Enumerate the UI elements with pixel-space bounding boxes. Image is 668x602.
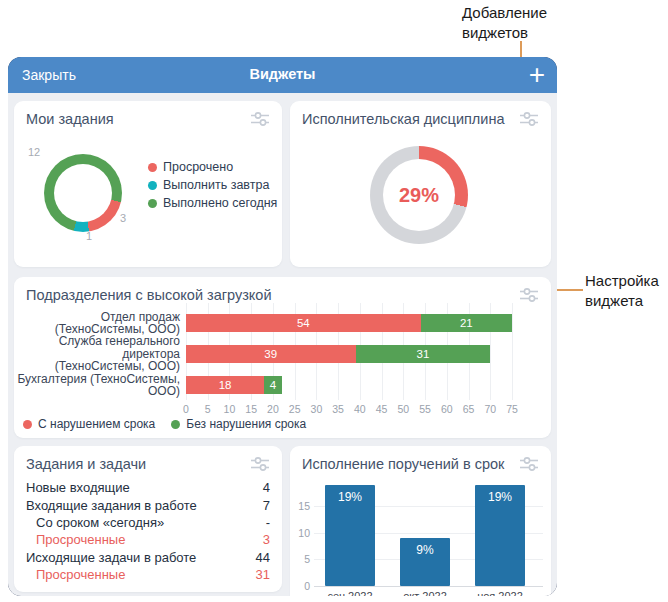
app-header: Закрыть Виджеты + (8, 57, 557, 93)
widget-card-on-time: Исполнение поручений в срок 05101519%сен… (290, 446, 551, 596)
bar-row: 184 (186, 376, 282, 394)
task-count: 7 (263, 498, 270, 513)
donut-value-label: 3 (120, 212, 126, 224)
bar-segment: 4 (264, 376, 281, 394)
legend-dot (148, 199, 157, 208)
legend-item: Просрочено (148, 158, 277, 176)
widget-title: Мои задания (26, 111, 114, 127)
task-count: 3 (263, 532, 270, 547)
gauge-chart: 29% (370, 146, 468, 244)
x-axis-category-label: ноя 2022 (465, 590, 535, 596)
donut-legend: ПросроченоВыполнить завтраВыполнено сего… (148, 158, 277, 212)
legend-dot (23, 420, 32, 429)
task-row: Исходящие задачи в работе44 (26, 549, 270, 566)
annotation-setup-widget: Настройка виджета (585, 271, 659, 311)
legend-label: Просрочено (163, 160, 233, 174)
y-axis-tick-label: 10 (290, 527, 310, 539)
widget-title: Исполнение поручений в срок (302, 456, 504, 472)
annotation-line: Настройка (585, 271, 659, 291)
legend-item: Выполнить завтра (148, 176, 277, 194)
task-row: Входящие задания в работе7 (26, 496, 270, 513)
widget-title: Задания и задачи (26, 456, 146, 472)
task-count: 31 (256, 567, 270, 582)
sliders-icon[interactable] (250, 112, 270, 126)
donut-value-label: 12 (28, 146, 40, 158)
task-count: 44 (256, 550, 270, 565)
widget-title: Подразделения с высокой загрузкой (26, 287, 272, 303)
sliders-icon[interactable] (250, 457, 270, 471)
widget-card-my-tasks: Мои задания 3112 ПросроченоВыполнить зав… (14, 101, 282, 267)
widget-card-tasks: Задания и задачи Новые входящие4Входящие… (14, 446, 282, 592)
task-count: - (266, 515, 270, 530)
add-widget-button[interactable]: + (529, 57, 545, 93)
bar-row-label: Служба генерального директора(ТехноСисте… (14, 339, 180, 369)
annotation-line: Добавление (462, 3, 547, 23)
bar-segment: 21 (421, 314, 512, 332)
sliders-icon[interactable] (519, 112, 539, 126)
sliders-icon[interactable] (519, 457, 539, 471)
bar: 19% (325, 485, 375, 586)
annotation-add-widgets: Добавление виджетов (462, 3, 547, 43)
bar-segment: 54 (186, 314, 421, 332)
x-axis-line (314, 586, 543, 587)
gridline (512, 303, 513, 400)
widget-card-discipline: Исполнительская дисциплина 29% (290, 101, 551, 267)
annotation-line: виджетов (462, 23, 547, 43)
legend-item: С нарушением срока (23, 415, 155, 433)
x-axis-category-label: окт 2022 (390, 590, 460, 596)
task-label: Новые входящие (26, 480, 130, 495)
widgets-area: Мои задания 3112 ПросроченоВыполнить зав… (8, 93, 557, 596)
legend-item: Без нарушения срока (171, 415, 306, 433)
app-frame: Закрыть Виджеты + Мои задания 3112 Проср… (8, 57, 557, 596)
donut-value-label: 1 (86, 230, 92, 242)
bar-segment: 18 (186, 376, 264, 394)
legend-label: Выполнить завтра (163, 178, 269, 192)
header-title: Виджеты (8, 66, 557, 82)
legend-label: Выполнено сегодня (163, 196, 277, 210)
x-axis-category-label: сен 2022 (315, 590, 385, 596)
legend-label: Без нарушения срока (186, 417, 306, 431)
task-row: Просроченные31 (26, 566, 270, 583)
legend-item: Выполнено сегодня (148, 194, 277, 212)
widget-title: Исполнительская дисциплина (302, 111, 504, 127)
sliders-icon[interactable] (519, 288, 539, 302)
widget-card-departments: Подразделения с высокой загрузкой Отдел … (14, 277, 551, 438)
task-row: Новые входящие4 (26, 479, 270, 496)
bar-segment: 31 (356, 345, 491, 363)
annotation-line: виджета (585, 291, 659, 311)
bar-row: 5421 (186, 314, 512, 332)
page: Добавление виджетов Настройка виджета За… (0, 0, 668, 602)
bar-segment: 39 (186, 345, 356, 363)
legend-dot (148, 181, 157, 190)
task-row: Просроченные3 (26, 531, 270, 548)
task-label: Со сроком «сегодня» (26, 515, 164, 530)
legend-label: С нарушением срока (38, 417, 155, 431)
task-count: 4 (263, 480, 270, 495)
y-axis-tick-label: 0 (290, 580, 310, 592)
task-label: Просроченные (26, 532, 125, 547)
chart-legend: С нарушением срокаБез нарушения срока (23, 415, 306, 433)
task-list: Новые входящие4Входящие задания в работе… (26, 479, 270, 583)
x-axis-tick-label: 75 (499, 403, 525, 415)
bar: 9% (400, 538, 450, 586)
donut-hole (54, 164, 112, 222)
bar-row-label: Бухгалтерия (ТехноСистемы, ООО) (14, 370, 180, 400)
donut-chart (44, 154, 122, 232)
gauge-percent-label: 29% (370, 146, 468, 244)
task-label: Входящие задания в работе (26, 498, 197, 513)
legend-dot (148, 163, 157, 172)
bar: 19% (475, 485, 525, 586)
y-axis-tick-label: 5 (290, 553, 310, 565)
bar-row: 3931 (186, 345, 490, 363)
legend-dot (171, 420, 180, 429)
task-row: Со сроком «сегодня»- (26, 514, 270, 531)
task-label: Исходящие задачи в работе (26, 550, 196, 565)
task-label: Просроченные (26, 567, 125, 582)
y-axis-tick-label: 15 (290, 500, 310, 512)
